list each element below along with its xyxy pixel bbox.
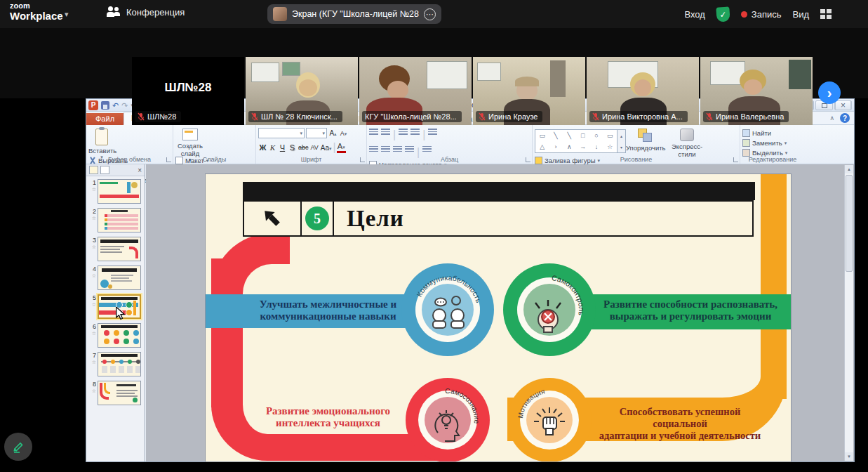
quick-styles-button[interactable]: Экспресс-стили: [665, 127, 709, 155]
align-left-button[interactable]: [369, 146, 378, 153]
video-tile-viktorovna[interactable]: Ирина Викторовна А...: [587, 57, 699, 125]
next-participants-button[interactable]: ›: [818, 81, 841, 104]
paste-button[interactable]: Вставить ▾: [88, 127, 115, 155]
panel-close-icon[interactable]: ×: [138, 166, 142, 174]
slide-row-4[interactable]: 4☆: [87, 266, 145, 290]
decrease-indent-button[interactable]: [399, 129, 408, 136]
bullets-button[interactable]: [369, 129, 378, 136]
scrollbar-thumb[interactable]: [846, 175, 853, 272]
slide-row-6[interactable]: 6☆: [87, 323, 145, 348]
drawing-dialog-launcher[interactable]: [733, 157, 738, 162]
video-tile-shl28[interactable]: ШЛ№28 ШЛ№28: [132, 57, 244, 125]
group-paragraph: | | | Направление текста▾ Выровнять: [367, 125, 533, 164]
mic-muted-icon: [706, 112, 713, 121]
shape-cell[interactable]: ☆: [603, 141, 617, 152]
increase-indent-button[interactable]: [410, 129, 420, 136]
quick-styles-icon: [680, 129, 694, 141]
tab-file[interactable]: Файл: [86, 113, 123, 125]
paragraph-dialog-launcher[interactable]: [526, 157, 530, 162]
columns-button[interactable]: [422, 146, 432, 153]
shape-cell[interactable]: →: [576, 141, 589, 152]
video-tile-klyuchinsk[interactable]: ШЛ № 28 Ключинск...: [246, 57, 358, 125]
slide-thumbnail[interactable]: [98, 179, 141, 204]
slide-thumbnail[interactable]: [98, 352, 141, 376]
slide-number: 3: [93, 237, 96, 244]
shape-cell[interactable]: ╲: [549, 130, 562, 141]
slide-row-3[interactable]: 3☆: [87, 237, 145, 261]
video-tile-active-speaker[interactable]: КГУ "Школа-лицей №28...: [359, 57, 472, 125]
video-tile-valerievna[interactable]: Ирина Валерьевна: [700, 57, 813, 125]
slide-thumbnail[interactable]: [98, 208, 141, 232]
vertical-scrollbar[interactable]: ▲ ▼: [844, 165, 853, 461]
signin-button[interactable]: Вход: [684, 9, 705, 20]
goal-line: интеллекта учащихся: [256, 417, 400, 429]
slide-row-8[interactable]: 8☆: [87, 381, 145, 405]
new-slide-button[interactable]: Создать слайд ▾: [175, 127, 205, 155]
group-drawing: ▭ ╲ ╲ □ ○ ▭ △ › ∧ → ↓ ☆ ▴ ▾: [533, 125, 740, 164]
font-name-combo[interactable]: ▾: [258, 128, 305, 138]
more-options-icon[interactable]: ⋯: [424, 8, 436, 20]
shapes-gallery[interactable]: ▭ ╲ ╲ □ ○ ▭ △ › ∧ → ↓ ☆: [535, 129, 617, 153]
shape-cell[interactable]: ○: [589, 130, 603, 141]
shape-cell[interactable]: ›: [549, 141, 562, 152]
scroll-up-icon[interactable]: ▲: [845, 165, 853, 173]
slide-thumbnail[interactable]: [98, 381, 141, 405]
collapse-ribbon-icon[interactable]: ∧: [829, 114, 834, 122]
text-shadow-button[interactable]: S: [288, 143, 297, 152]
justify-button[interactable]: [405, 146, 414, 153]
logo-chevron-down-icon[interactable]: ▾: [65, 10, 69, 19]
font-dialog-launcher[interactable]: [360, 157, 365, 162]
animation-star-icon: ☆: [87, 360, 96, 365]
shape-cell[interactable]: ↓: [589, 141, 603, 152]
video-tile-krauze[interactable]: Ирина Краузе: [473, 57, 585, 125]
slide-thumbnail[interactable]: [98, 237, 141, 261]
change-case-button[interactable]: Aa▾: [320, 144, 333, 152]
align-center-button[interactable]: [381, 146, 390, 153]
shared-screen-tab[interactable]: Экран (КГУ "Школа-лицей №28 ⋯: [267, 4, 441, 24]
shapes-gallery-scroll[interactable]: ▴ ▾: [617, 129, 626, 153]
shape-cell[interactable]: ▭: [603, 130, 617, 141]
tab-outline[interactable]: [100, 166, 109, 174]
slide-row-7[interactable]: 7☆: [87, 352, 145, 376]
security-shield-icon[interactable]: ✓: [716, 6, 730, 22]
align-right-button[interactable]: [393, 146, 402, 153]
font-color-button[interactable]: А▾: [337, 143, 346, 153]
grow-font-button[interactable]: А▴: [328, 129, 338, 137]
case-label: Aa: [321, 144, 329, 152]
shape-cell[interactable]: ▭: [535, 130, 549, 141]
bold-button[interactable]: Ж: [258, 143, 267, 152]
gallery-down-icon[interactable]: ▾: [620, 145, 622, 150]
font-size-combo[interactable]: ▾: [306, 128, 327, 138]
conference-button[interactable]: Конференция: [107, 6, 185, 18]
shape-cell[interactable]: □: [576, 130, 589, 141]
clipboard-dialog-launcher[interactable]: [166, 157, 171, 162]
numbering-button[interactable]: [381, 129, 390, 136]
view-button[interactable]: Вид: [792, 9, 809, 20]
find-button[interactable]: Найти: [742, 129, 787, 138]
gallery-up-icon[interactable]: ▴: [620, 133, 622, 138]
shape-cell[interactable]: ∧: [563, 141, 576, 152]
help-icon[interactable]: ?: [840, 113, 850, 123]
shape-cell[interactable]: △: [535, 141, 549, 152]
shrink-font-button[interactable]: А▾: [339, 130, 348, 137]
shape-cell[interactable]: ╲: [563, 130, 576, 141]
slide-thumbnail[interactable]: [98, 323, 141, 348]
underline-button[interactable]: Ч: [278, 143, 287, 152]
strikethrough-button[interactable]: abc: [298, 144, 309, 151]
view-grid-icon[interactable]: [820, 9, 832, 19]
goal-line: выражать и регулировать эмоции: [597, 310, 784, 322]
replace-button[interactable]: Заменить▾: [742, 138, 787, 148]
arrange-button[interactable]: Упорядочить: [626, 127, 665, 155]
annotate-button[interactable]: [4, 433, 32, 461]
animation-star-icon: ☆: [87, 273, 96, 279]
close-button[interactable]: ×: [834, 100, 852, 110]
italic-button[interactable]: К: [268, 143, 277, 152]
line-spacing-button[interactable]: [428, 129, 437, 136]
scroll-down-icon[interactable]: ▼: [845, 452, 853, 461]
slide-row-2[interactable]: 2☆: [87, 208, 145, 232]
tab-slides-thumbnails[interactable]: [89, 166, 98, 174]
slide-canvas[interactable]: Способствовать успешной социальной адапт…: [206, 174, 791, 461]
slide-row-1[interactable]: 1☆: [87, 179, 145, 204]
slide-thumbnail[interactable]: [98, 266, 141, 290]
character-spacing-button[interactable]: AV: [310, 144, 319, 151]
